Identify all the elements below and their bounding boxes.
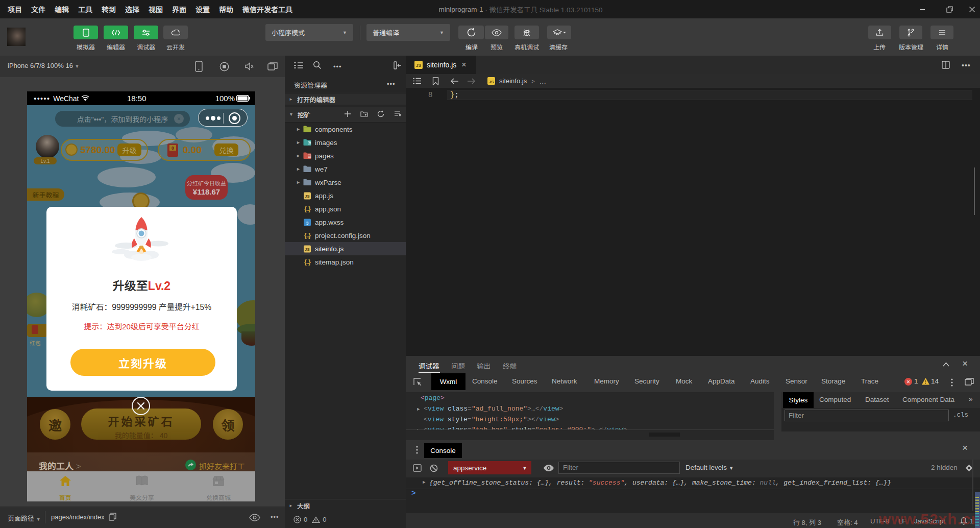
svg-text:3: 3 [306,220,308,225]
svg-text:JS: JS [489,80,494,84]
svg-text:JS: JS [305,194,310,199]
svg-text:JS: JS [305,247,310,252]
svg-text:JS: JS [416,63,422,68]
